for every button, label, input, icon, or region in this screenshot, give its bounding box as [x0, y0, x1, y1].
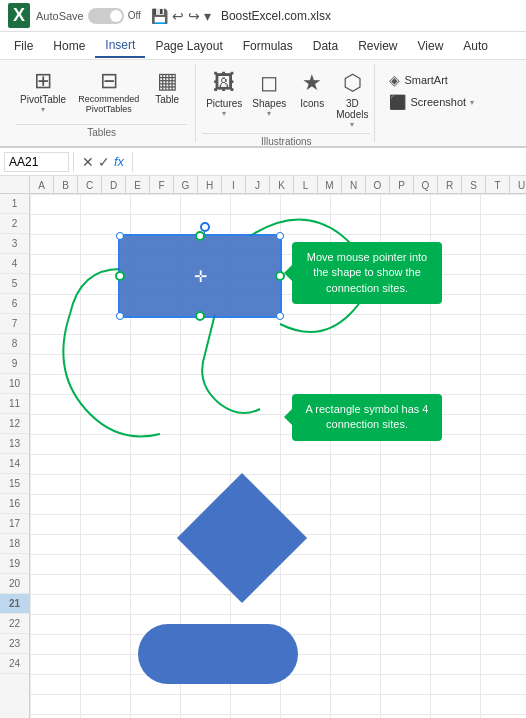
row-num-23[interactable]: 23 — [0, 634, 29, 654]
tab-auto[interactable]: Auto — [453, 35, 498, 57]
3d-models-button[interactable]: ⬡ 3DModels ▾ — [334, 68, 370, 131]
row-num-5[interactable]: 5 — [0, 274, 29, 294]
col-header-k[interactable]: K — [270, 176, 294, 194]
tab-review[interactable]: Review — [348, 35, 407, 57]
col-header-q[interactable]: Q — [414, 176, 438, 194]
diamond-wrapper[interactable] — [178, 474, 308, 604]
grid-cells[interactable]: ✛ — [30, 194, 526, 718]
row-num-12[interactable]: 12 — [0, 414, 29, 434]
grid-body: 1 2 3 4 5 6 7 8 9 10 11 12 13 14 15 16 1… — [0, 194, 526, 718]
formula-input[interactable] — [137, 155, 522, 169]
table-button[interactable]: ▦ Table — [147, 68, 187, 107]
connection-dot-left — [115, 271, 125, 281]
smartart-label: SmartArt — [404, 74, 447, 86]
col-header-l[interactable]: L — [294, 176, 318, 194]
shapes-label: Shapes — [252, 98, 286, 109]
screenshot-button[interactable]: ⬛ Screenshot ▾ — [385, 92, 478, 112]
customize-icon[interactable]: ▾ — [202, 6, 213, 26]
row-num-3[interactable]: 3 — [0, 234, 29, 254]
col-header-f[interactable]: F — [150, 176, 174, 194]
row-num-18[interactable]: 18 — [0, 534, 29, 554]
formula-confirm-icon[interactable]: ✓ — [98, 154, 110, 170]
col-header-p[interactable]: P — [390, 176, 414, 194]
col-header-m[interactable]: M — [318, 176, 342, 194]
row-num-2[interactable]: 2 — [0, 214, 29, 234]
tab-page-layout[interactable]: Page Layout — [145, 35, 232, 57]
row-num-4[interactable]: 4 — [0, 254, 29, 274]
col-header-i[interactable]: I — [222, 176, 246, 194]
row-num-15[interactable]: 15 — [0, 474, 29, 494]
handle-bl[interactable] — [116, 312, 124, 320]
row-num-17[interactable]: 17 — [0, 514, 29, 534]
icons-button[interactable]: ★ Icons — [292, 68, 332, 111]
handle-tr[interactable] — [276, 232, 284, 240]
screenshot-icon: ⬛ — [389, 94, 406, 110]
row-num-21[interactable]: 21 — [0, 594, 29, 614]
pivot-table-label: PivotTable — [20, 94, 66, 105]
col-header-h[interactable]: H — [198, 176, 222, 194]
recommended-pivot-icon: ⊟ — [100, 70, 118, 92]
recommended-pivot-button[interactable]: ⊟ RecommendedPivotTables — [74, 68, 143, 116]
row-num-19[interactable]: 19 — [0, 554, 29, 574]
autosave-toggle[interactable] — [88, 8, 124, 24]
rectangle-shape[interactable]: ✛ — [120, 236, 280, 316]
redo-icon[interactable]: ↪ — [186, 6, 202, 26]
rounded-rect-shape[interactable] — [138, 624, 298, 684]
row-num-14[interactable]: 14 — [0, 454, 29, 474]
tables-items: ⊞ PivotTable ▾ ⊟ RecommendedPivotTables … — [16, 68, 187, 116]
callout-move-mouse: Move mouse pointer into the shape to sho… — [292, 242, 442, 304]
tab-data[interactable]: Data — [303, 35, 348, 57]
row-num-6[interactable]: 6 — [0, 294, 29, 314]
col-header-e[interactable]: E — [126, 176, 150, 194]
tab-view[interactable]: View — [408, 35, 454, 57]
col-header-d[interactable]: D — [102, 176, 126, 194]
title-bar: X AutoSave Off 💾 ↩ ↪ ▾ BoostExcel.com.xl… — [0, 0, 526, 32]
row-num-13[interactable]: 13 — [0, 434, 29, 454]
col-header-a[interactable]: A — [30, 176, 54, 194]
row-num-8[interactable]: 8 — [0, 334, 29, 354]
pictures-button[interactable]: 🖼 Pictures ▾ — [202, 68, 246, 120]
col-header-n[interactable]: N — [342, 176, 366, 194]
row-num-11[interactable]: 11 — [0, 394, 29, 414]
tab-formulas[interactable]: Formulas — [233, 35, 303, 57]
col-header-t[interactable]: T — [486, 176, 510, 194]
table-label: Table — [155, 94, 179, 105]
col-header-j[interactable]: J — [246, 176, 270, 194]
row-num-9[interactable]: 9 — [0, 354, 29, 374]
col-header-g[interactable]: G — [174, 176, 198, 194]
col-header-c[interactable]: C — [78, 176, 102, 194]
save-icon[interactable]: 💾 — [149, 6, 170, 26]
pictures-icon: 🖼 — [213, 70, 235, 96]
icons-label: Icons — [300, 98, 324, 109]
smartart-icon: ◈ — [389, 72, 400, 88]
col-header-b[interactable]: B — [54, 176, 78, 194]
tab-file[interactable]: File — [4, 35, 43, 57]
handle-tl[interactable] — [116, 232, 124, 240]
undo-icon[interactable]: ↩ — [170, 6, 186, 26]
row-num-22[interactable]: 22 — [0, 614, 29, 634]
row-num-10[interactable]: 10 — [0, 374, 29, 394]
tab-insert[interactable]: Insert — [95, 34, 145, 58]
row-num-7[interactable]: 7 — [0, 314, 29, 334]
cell-reference-input[interactable] — [4, 152, 69, 172]
col-header-s[interactable]: S — [462, 176, 486, 194]
row-num-20[interactable]: 20 — [0, 574, 29, 594]
smartart-button[interactable]: ◈ SmartArt — [385, 70, 478, 90]
pivot-table-button[interactable]: ⊞ PivotTable ▾ — [16, 68, 70, 116]
row-numbers: 1 2 3 4 5 6 7 8 9 10 11 12 13 14 15 16 1… — [0, 194, 30, 718]
col-header-r[interactable]: R — [438, 176, 462, 194]
row-num-16[interactable]: 16 — [0, 494, 29, 514]
fx-icon[interactable]: fx — [114, 154, 124, 169]
formula-cancel-icon[interactable]: ✕ — [82, 154, 94, 170]
row-num-24[interactable]: 24 — [0, 654, 29, 674]
3d-models-arrow: ▾ — [350, 120, 354, 129]
col-header-o[interactable]: O — [366, 176, 390, 194]
ribbon-tabs: File Home Insert Page Layout Formulas Da… — [0, 32, 526, 60]
shapes-icon: ◻ — [260, 70, 278, 96]
shapes-button[interactable]: ◻ Shapes ▾ — [248, 68, 290, 120]
row-num-1[interactable]: 1 — [0, 194, 29, 214]
handle-br[interactable] — [276, 312, 284, 320]
col-header-u[interactable]: U — [510, 176, 526, 194]
tab-home[interactable]: Home — [43, 35, 95, 57]
tables-group-label: Tables — [16, 124, 187, 138]
